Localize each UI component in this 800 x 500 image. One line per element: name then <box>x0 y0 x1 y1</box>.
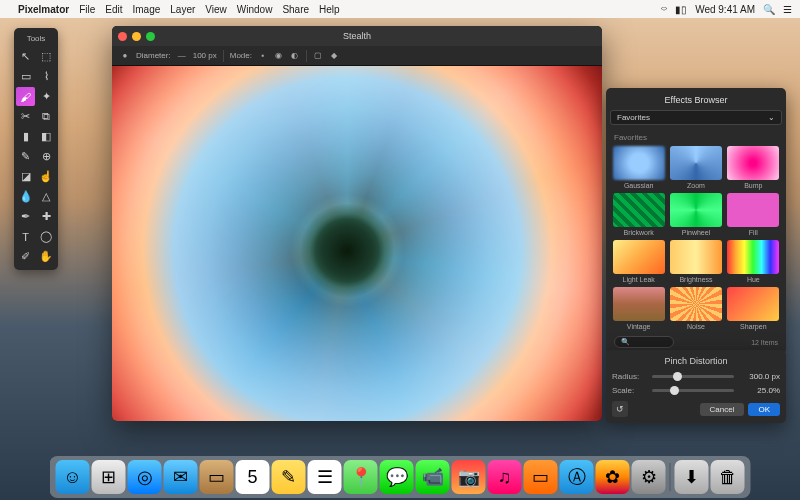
effect-bump[interactable]: Bump <box>727 146 780 189</box>
effect-noise[interactable]: Noise <box>669 287 722 330</box>
menu-file[interactable]: File <box>79 4 95 15</box>
dock-downloads[interactable]: ⬇ <box>675 460 709 494</box>
app-name[interactable]: Pixelmator <box>18 4 69 15</box>
effect-sharpen[interactable]: Sharpen <box>727 287 780 330</box>
battery-icon[interactable]: ▮▯ <box>675 4 687 15</box>
menu-layer[interactable]: Layer <box>170 4 195 15</box>
gradient-tool[interactable]: ◧ <box>37 127 56 146</box>
menu-share[interactable]: Share <box>282 4 309 15</box>
document-window: Stealth ● Diameter: — 100 px Mode: ▪ ◉ ◐… <box>112 26 602 421</box>
effect-zoom[interactable]: Zoom <box>669 146 722 189</box>
effects-search-input[interactable]: 🔍 <box>614 336 674 348</box>
tools-panel: Tools ↖⬚▭⌇🖌✦✂⧉▮◧✎⊕◪☝💧△✒✚T◯✐✋ <box>14 28 58 270</box>
magic-wand-tool[interactable]: ✦ <box>37 87 56 106</box>
effect-fill[interactable]: Fill <box>727 193 780 236</box>
mode-option-2[interactable]: ◉ <box>274 51 284 61</box>
dock-mail[interactable]: ✉ <box>164 460 198 494</box>
smudge-tool[interactable]: ☝ <box>37 167 56 186</box>
effect-brightness[interactable]: Brightness <box>669 240 722 283</box>
effect-label: Vintage <box>627 323 651 330</box>
effect-thumbnail <box>727 146 779 180</box>
close-button[interactable] <box>118 32 127 41</box>
lasso-tool[interactable]: ⌇ <box>37 67 56 86</box>
effect-pinwheel[interactable]: Pinwheel <box>669 193 722 236</box>
brush-preset-icon[interactable]: ● <box>120 51 130 61</box>
menu-view[interactable]: View <box>205 4 227 15</box>
effects-category-dropdown[interactable]: Favorites⌄ <box>610 110 782 125</box>
dock-messages[interactable]: 💬 <box>380 460 414 494</box>
hand-tool[interactable]: ✋ <box>37 247 56 266</box>
effect-brickwork[interactable]: Brickwork <box>612 193 665 236</box>
slice-tool[interactable]: ⧉ <box>37 107 56 126</box>
effect-label: Bump <box>744 182 762 189</box>
effect-label: Noise <box>687 323 705 330</box>
effect-light-leak[interactable]: Light Leak <box>612 240 665 283</box>
effect-label: Brickwork <box>623 229 653 236</box>
diameter-value[interactable]: 100 px <box>193 51 217 60</box>
marquee-tool[interactable]: ▭ <box>16 67 35 86</box>
dock-maps[interactable]: 📍 <box>344 460 378 494</box>
titlebar[interactable]: Stealth <box>112 26 602 46</box>
shape-tool[interactable]: ◯ <box>37 227 56 246</box>
effect-thumbnail <box>670 193 722 227</box>
spotlight-icon[interactable]: 🔍 <box>763 4 775 15</box>
mode-option-5[interactable]: ◆ <box>329 51 339 61</box>
dock-calendar[interactable]: 5 <box>236 460 270 494</box>
diameter-slider[interactable]: — <box>177 51 187 61</box>
dock-contacts[interactable]: ▭ <box>200 460 234 494</box>
options-bar: ● Diameter: — 100 px Mode: ▪ ◉ ◐ ▢ ◆ <box>112 46 602 66</box>
eraser-tool[interactable]: ◪ <box>16 167 35 186</box>
effect-hue[interactable]: Hue <box>727 240 780 283</box>
paint-bucket-tool[interactable]: ▮ <box>16 127 35 146</box>
menu-window[interactable]: Window <box>237 4 273 15</box>
blur-tool[interactable]: 💧 <box>16 187 35 206</box>
clone-tool[interactable]: ⊕ <box>37 147 56 166</box>
radius-slider[interactable] <box>652 375 734 378</box>
menu-help[interactable]: Help <box>319 4 340 15</box>
dock-preferences[interactable]: ⚙ <box>632 460 666 494</box>
effect-gaussian[interactable]: Gaussian <box>612 146 665 189</box>
ok-button[interactable]: OK <box>748 403 780 416</box>
pen-tool[interactable]: ✒ <box>16 207 35 226</box>
eyedropper-tool[interactable]: ✐ <box>16 247 35 266</box>
clock[interactable]: Wed 9:41 AM <box>695 4 755 15</box>
type-tool[interactable]: T <box>16 227 35 246</box>
dock-launchpad[interactable]: ⊞ <box>92 460 126 494</box>
sharpen-tool[interactable]: △ <box>37 187 56 206</box>
dock-itunes[interactable]: ♫ <box>488 460 522 494</box>
healing-tool[interactable]: ✚ <box>37 207 56 226</box>
menu-image[interactable]: Image <box>133 4 161 15</box>
reset-button[interactable]: ↺ <box>612 401 628 417</box>
radius-label: Radius: <box>612 372 646 381</box>
mode-option-1[interactable]: ▪ <box>258 51 268 61</box>
dock-finder[interactable]: ☺ <box>56 460 90 494</box>
wifi-icon[interactable]: ⌔ <box>661 4 667 15</box>
canvas[interactable] <box>112 66 602 421</box>
effect-vintage[interactable]: Vintage <box>612 287 665 330</box>
menu-edit[interactable]: Edit <box>105 4 122 15</box>
dock-trash[interactable]: 🗑 <box>711 460 745 494</box>
minimize-button[interactable] <box>132 32 141 41</box>
mode-option-3[interactable]: ◐ <box>290 51 300 61</box>
dock-appstore[interactable]: Ⓐ <box>560 460 594 494</box>
dock-notes[interactable]: ✎ <box>272 460 306 494</box>
radius-value: 300.0 px <box>740 372 780 381</box>
dock-ibooks[interactable]: ▭ <box>524 460 558 494</box>
dock-photobooth[interactable]: 📷 <box>452 460 486 494</box>
dock-pixelmator[interactable]: ✿ <box>596 460 630 494</box>
dock-facetime[interactable]: 📹 <box>416 460 450 494</box>
effects-browser-panel: Effects Browser Favorites⌄ Favorites Gau… <box>606 88 786 354</box>
crop-tool[interactable]: ✂ <box>16 107 35 126</box>
scale-slider[interactable] <box>652 389 734 392</box>
dock-reminders[interactable]: ☰ <box>308 460 342 494</box>
mode-option-4[interactable]: ▢ <box>313 51 323 61</box>
brush-tool[interactable]: 🖌 <box>16 87 35 106</box>
transform-tool[interactable]: ⬚ <box>37 47 56 66</box>
move-tool[interactable]: ↖ <box>16 47 35 66</box>
zoom-button[interactable] <box>146 32 155 41</box>
cancel-button[interactable]: Cancel <box>700 403 745 416</box>
pencil-tool[interactable]: ✎ <box>16 147 35 166</box>
notification-center-icon[interactable]: ☰ <box>783 4 792 15</box>
chevron-down-icon: ⌄ <box>768 113 775 122</box>
dock-safari[interactable]: ◎ <box>128 460 162 494</box>
